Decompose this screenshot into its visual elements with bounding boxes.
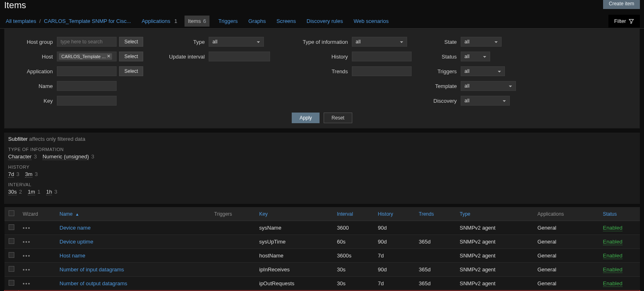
tab-discovery[interactable]: Discovery rules — [305, 14, 345, 28]
tab-triggers[interactable]: Triggers — [217, 14, 239, 28]
item-name-link[interactable]: Number of output datagrams — [60, 280, 127, 286]
breadcrumb-all-templates[interactable]: All templates — [4, 14, 38, 28]
host-select-button[interactable]: Select — [119, 52, 143, 61]
update-interval-input[interactable] — [209, 52, 270, 61]
label-template: Template — [424, 83, 461, 89]
wizard-menu-icon[interactable]: ••• — [23, 225, 31, 231]
key-input[interactable] — [57, 96, 117, 106]
type-of-info-select[interactable]: all — [352, 37, 407, 47]
subfilter-note: affects only filtered data — [29, 136, 85, 142]
subfilter-item[interactable]: 30s — [8, 189, 17, 195]
tab-applications-count: 1 — [174, 18, 177, 24]
item-name-link[interactable]: Device name — [60, 225, 91, 231]
cell-applications: General — [534, 263, 599, 277]
cell-type: SNMPv2 agent — [456, 249, 534, 263]
subfilter-item[interactable]: Character — [8, 153, 32, 160]
cell-key: sysName — [255, 221, 333, 235]
items-table: Wizard Name ▲ Triggers Key Interval Hist… — [4, 207, 640, 291]
type-select[interactable]: all — [209, 37, 264, 47]
label-update-interval: Update interval — [155, 54, 209, 60]
subfilter-item[interactable]: 1m — [28, 189, 35, 195]
item-name-link[interactable]: Number of input datagrams — [60, 266, 124, 273]
application-input[interactable] — [57, 66, 117, 76]
tab-graphs[interactable]: Graphs — [247, 14, 268, 28]
cell-interval: 30s — [333, 263, 374, 277]
cell-key: sysUpTime — [255, 235, 333, 249]
host-group-select-button[interactable]: Select — [119, 37, 143, 47]
application-select-button[interactable]: Select — [119, 66, 143, 76]
cell-applications: General — [534, 249, 599, 263]
table-row: •••Host namehostName3600s7dSNMPv2 agentG… — [5, 249, 640, 263]
subfilter-group-title: INTERVAL — [8, 182, 636, 187]
subfilter-item[interactable]: 3m — [25, 171, 32, 178]
label-application: Application — [12, 68, 57, 74]
host-chip-remove-icon[interactable]: ✕ — [107, 54, 110, 59]
col-type[interactable]: Type — [456, 207, 534, 221]
cell-applications: General — [534, 277, 599, 291]
name-input[interactable] — [57, 81, 117, 91]
col-key[interactable]: Key — [255, 207, 333, 221]
tab-items-label: Items — [188, 18, 201, 24]
breadcrumb-template[interactable]: CARLOS_Template SNMP for Cisc... — [42, 14, 133, 28]
subfilter-item-count: 3 — [15, 171, 19, 177]
create-item-button[interactable]: Create item — [603, 0, 640, 9]
reset-button[interactable]: Reset — [324, 113, 352, 123]
history-input[interactable] — [352, 52, 412, 61]
cell-interval: 60s — [333, 235, 374, 249]
breadcrumb-sep: / — [39, 18, 42, 24]
cell-type: SNMPv2 agent — [456, 235, 534, 249]
col-history[interactable]: History — [374, 207, 415, 221]
host-group-input[interactable] — [57, 37, 117, 47]
triggers-select[interactable]: all — [461, 66, 505, 76]
col-status[interactable]: Status — [599, 207, 640, 221]
tab-applications[interactable]: Applications — [140, 14, 172, 28]
subfilter-item-count: 3 — [33, 171, 38, 177]
subfilter-item[interactable]: 7d — [8, 171, 14, 178]
status-enabled-link[interactable]: Enabled — [603, 253, 623, 259]
item-name-link[interactable]: Device uptime — [60, 239, 93, 245]
col-interval[interactable]: Interval — [333, 207, 374, 221]
cell-applications: General — [534, 221, 599, 235]
cell-interval: 3600s — [333, 249, 374, 263]
cell-history: 7d — [374, 277, 415, 291]
row-checkbox[interactable] — [9, 266, 14, 272]
wizard-menu-icon[interactable]: ••• — [23, 239, 31, 245]
subfilter-group-title: TYPE OF INFORMATION — [8, 147, 636, 152]
status-select[interactable]: all — [461, 52, 490, 61]
status-enabled-link[interactable]: Enabled — [603, 280, 623, 287]
template-select[interactable]: all — [461, 81, 516, 91]
tab-web[interactable]: Web scenarios — [352, 14, 390, 28]
subfilter-item[interactable]: Numeric (unsigned) — [43, 153, 89, 160]
page-title: Items — [4, 0, 26, 11]
host-chip: CARLOS_Template ... ✕ — [59, 53, 112, 60]
col-name[interactable]: Name ▲ — [56, 207, 210, 221]
item-name-link[interactable]: Host name — [60, 253, 86, 259]
row-checkbox[interactable] — [9, 224, 14, 230]
row-checkbox[interactable] — [9, 280, 14, 286]
wizard-menu-icon[interactable]: ••• — [23, 253, 31, 259]
cell-key: ipInReceives — [255, 263, 333, 277]
host-multiselect[interactable]: CARLOS_Template ... ✕ — [57, 52, 117, 61]
row-checkbox[interactable] — [9, 252, 14, 258]
select-all-checkbox[interactable] — [9, 210, 14, 216]
trends-input[interactable] — [352, 66, 412, 76]
status-enabled-link[interactable]: Enabled — [603, 225, 623, 231]
discovery-select[interactable]: all — [461, 96, 510, 106]
filter-toggle[interactable]: Filter — [608, 15, 640, 27]
col-trends[interactable]: Trends — [415, 207, 456, 221]
cell-interval: 3600 — [333, 221, 374, 235]
wizard-menu-icon[interactable]: ••• — [23, 266, 31, 273]
tab-screens[interactable]: Screens — [275, 14, 298, 28]
tab-items[interactable]: Items 6 — [185, 16, 209, 27]
cell-applications: General — [534, 235, 599, 249]
status-enabled-link[interactable]: Enabled — [603, 239, 623, 245]
state-select[interactable]: all — [461, 37, 502, 47]
status-enabled-link[interactable]: Enabled — [603, 266, 623, 273]
subfilter-item[interactable]: 1h — [46, 189, 52, 195]
subfilter-item-count: 2 — [18, 189, 22, 195]
subfilter-group-title: HISTORY — [8, 165, 636, 169]
wizard-menu-icon[interactable]: ••• — [23, 280, 31, 286]
row-checkbox[interactable] — [9, 238, 14, 244]
cell-history: 90d — [374, 263, 415, 277]
apply-button[interactable]: Apply — [292, 113, 320, 123]
